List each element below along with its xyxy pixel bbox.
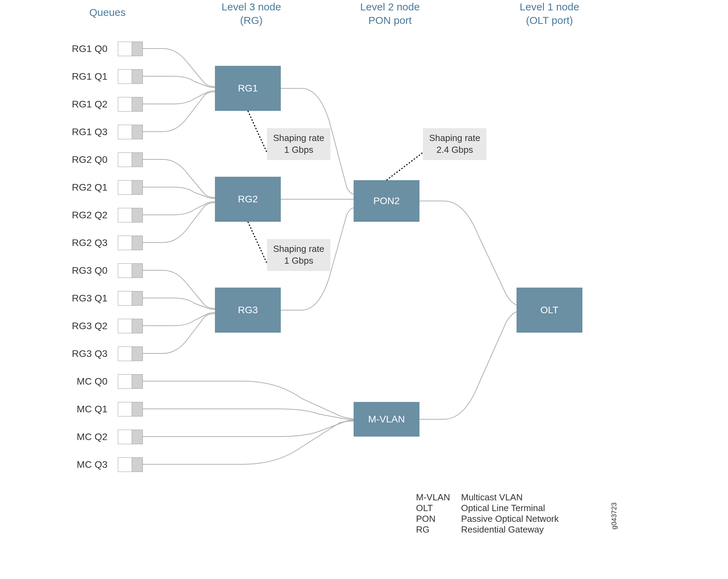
edge-q-rg2-3 bbox=[143, 203, 215, 243]
queue-box bbox=[118, 236, 143, 250]
queue-box-fill bbox=[132, 153, 142, 167]
edge-q-rg1-3 bbox=[143, 92, 215, 132]
legend-row: OLTOptical Line Terminal bbox=[416, 503, 559, 514]
queue-box bbox=[118, 402, 143, 416]
dotted-rg2-anno bbox=[248, 222, 267, 263]
queue-box-fill bbox=[132, 42, 142, 56]
edge-q-rg1-0 bbox=[143, 49, 215, 87]
annotation-shaping-rg23: Shaping rate 1 Gbps bbox=[267, 239, 330, 271]
queue-box bbox=[118, 180, 143, 195]
queue-box-fill bbox=[132, 264, 142, 278]
edge-q-rg3-1 bbox=[143, 298, 215, 309]
queue-label: RG3 Q0 bbox=[66, 265, 107, 276]
dotted-rg1-anno bbox=[248, 111, 267, 152]
queue-box bbox=[118, 263, 143, 278]
edge-q-rg3-3 bbox=[143, 314, 215, 353]
queue-box-fill bbox=[132, 319, 142, 333]
queue-box bbox=[118, 374, 143, 389]
legend: M-VLANMulticast VLAN OLTOptical Line Ter… bbox=[416, 492, 559, 535]
queue-label: RG2 Q2 bbox=[66, 210, 107, 221]
edge-pon2-olt bbox=[419, 201, 517, 305]
col-header-level1-line1: Level 1 node bbox=[520, 1, 579, 12]
legend-term: PON bbox=[416, 514, 461, 524]
annotation-line: Shaping rate bbox=[429, 133, 480, 143]
col-header-level2-line2: PON port bbox=[368, 15, 411, 26]
queue-label: MC Q1 bbox=[66, 404, 107, 415]
queue-label: RG1 Q0 bbox=[66, 43, 107, 54]
col-header-level1: Level 1 node (OLT port) bbox=[510, 0, 589, 27]
edge-q-rg2-2 bbox=[143, 202, 215, 215]
edge-q-rg1-1 bbox=[143, 76, 215, 88]
queue-label: RG2 Q1 bbox=[66, 182, 107, 193]
col-header-level3-line1: Level 3 node bbox=[222, 1, 281, 12]
queue-label: RG1 Q1 bbox=[66, 71, 107, 82]
queue-box-fill bbox=[132, 430, 142, 444]
queue-box-fill bbox=[132, 125, 142, 139]
queue-box-fill bbox=[132, 181, 142, 194]
queue-box bbox=[118, 457, 143, 472]
annotation-line: 1 Gbps bbox=[284, 144, 313, 155]
queue-box-fill bbox=[132, 70, 142, 84]
legend-def: Passive Optical Network bbox=[461, 514, 559, 524]
queue-box bbox=[118, 319, 143, 333]
queue-label: RG1 Q2 bbox=[66, 99, 107, 110]
edge-q-mc-1 bbox=[143, 409, 354, 420]
legend-row: RGResidential Gateway bbox=[416, 524, 559, 535]
edge-q-rg2-0 bbox=[143, 159, 215, 198]
queue-label: MC Q0 bbox=[66, 376, 107, 387]
figure-id: g043723 bbox=[610, 502, 618, 529]
annotation-line: 1 Gbps bbox=[284, 255, 313, 266]
queue-box bbox=[118, 152, 143, 167]
queue-box-fill bbox=[132, 236, 142, 250]
annotation-line: Shaping rate bbox=[273, 133, 324, 143]
legend-def: Optical Line Terminal bbox=[461, 503, 545, 513]
queue-label: RG3 Q2 bbox=[66, 321, 107, 332]
col-header-level3: Level 3 node (RG) bbox=[211, 0, 291, 27]
annotation-shaping-rg12: Shaping rate 1 Gbps bbox=[267, 128, 330, 160]
legend-term: M-VLAN bbox=[416, 492, 461, 503]
queue-label: MC Q2 bbox=[66, 431, 107, 442]
node-mvlan: M-VLAN bbox=[354, 402, 419, 437]
annotation-line: 2.4 Gbps bbox=[436, 144, 473, 155]
queue-label: RG1 Q3 bbox=[66, 126, 107, 138]
col-header-queues: Queues bbox=[80, 6, 135, 19]
col-header-level3-line2: (RG) bbox=[240, 15, 263, 26]
edge-q-mc-2 bbox=[143, 420, 354, 437]
queue-label: MC Q3 bbox=[66, 459, 107, 470]
col-header-level2: Level 2 node PON port bbox=[350, 0, 430, 27]
queue-box-fill bbox=[132, 458, 142, 472]
node-rg3: RG3 bbox=[215, 288, 281, 333]
edge-mvlan-olt bbox=[419, 312, 517, 419]
queue-box bbox=[118, 208, 143, 222]
queue-box bbox=[118, 291, 143, 306]
node-rg1: RG1 bbox=[215, 66, 281, 111]
queue-box bbox=[118, 42, 143, 56]
queue-box bbox=[118, 97, 143, 112]
node-pon2: PON2 bbox=[354, 180, 419, 222]
legend-term: RG bbox=[416, 524, 461, 535]
legend-def: Residential Gateway bbox=[461, 524, 544, 535]
queue-box-fill bbox=[132, 97, 142, 111]
queue-label: RG2 Q3 bbox=[66, 237, 107, 248]
node-rg2: RG2 bbox=[215, 177, 281, 222]
queue-label: RG3 Q3 bbox=[66, 348, 107, 359]
legend-row: PONPassive Optical Network bbox=[416, 514, 559, 524]
connectors-overlay bbox=[0, 0, 700, 554]
queue-box bbox=[118, 430, 143, 444]
legend-row: M-VLANMulticast VLAN bbox=[416, 492, 559, 503]
queue-label: RG3 Q1 bbox=[66, 293, 107, 304]
edge-q-mc-3 bbox=[143, 421, 354, 464]
queue-box-fill bbox=[132, 208, 142, 222]
queue-box bbox=[118, 346, 143, 361]
annotation-shaping-pon: Shaping rate 2.4 Gbps bbox=[423, 128, 486, 160]
queue-label: RG2 Q0 bbox=[66, 154, 107, 165]
col-header-level2-line1: Level 2 node bbox=[360, 1, 420, 12]
legend-term: OLT bbox=[416, 503, 461, 514]
edge-q-rg2-1 bbox=[143, 187, 215, 199]
legend-def: Multicast VLAN bbox=[461, 492, 523, 502]
queue-box bbox=[118, 125, 143, 139]
queue-box-fill bbox=[132, 375, 142, 388]
queue-box bbox=[118, 69, 143, 84]
annotation-line: Shaping rate bbox=[273, 244, 324, 254]
queue-box-fill bbox=[132, 402, 142, 416]
